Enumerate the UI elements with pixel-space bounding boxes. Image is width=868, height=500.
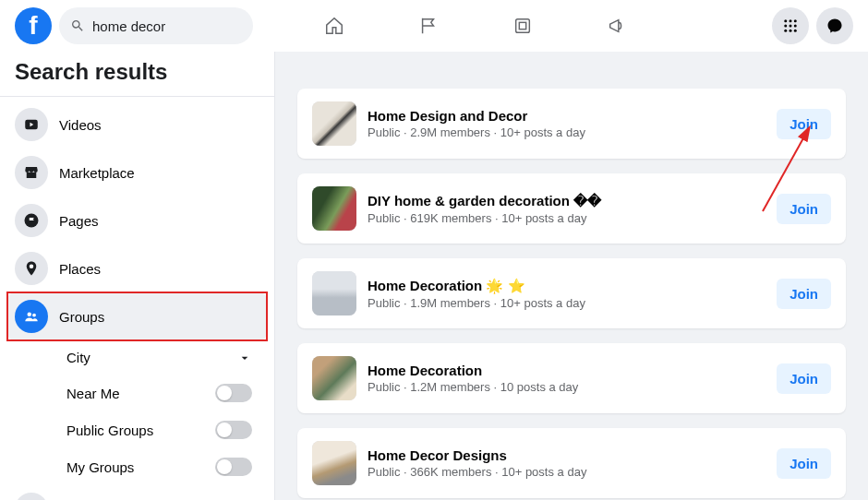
group-info: DIY home & garden decoration �� Public ·… [368, 193, 777, 225]
join-button[interactable]: Join [777, 363, 831, 394]
subfilter-label: Public Groups [66, 423, 153, 438]
grid-icon [782, 18, 799, 34]
filter-label: Places [59, 261, 101, 277]
pin-icon [15, 252, 48, 285]
svg-point-9 [790, 30, 792, 32]
sidebar-title: Search results [0, 52, 274, 97]
group-card[interactable]: DIY home & garden decoration �� Public ·… [297, 173, 846, 244]
group-thumbnail [312, 356, 356, 400]
group-info: Home Decoration Public · 1.2M members · … [368, 363, 777, 394]
svg-point-15 [32, 314, 36, 317]
search-value: home decor [92, 18, 165, 34]
svg-point-4 [794, 19, 797, 22]
svg-rect-1 [519, 22, 525, 29]
svg-point-5 [784, 25, 787, 28]
messenger-icon [826, 18, 843, 34]
filter-videos[interactable]: Videos [7, 101, 267, 149]
subfilter-label: Near Me [66, 386, 120, 401]
flag-icon[interactable] [417, 15, 440, 37]
results-area: Home Design and Decor Public · 2.9M memb… [275, 52, 868, 500]
group-icon [15, 300, 48, 333]
facebook-f-icon: f [29, 11, 37, 41]
join-button[interactable]: Join [777, 448, 831, 479]
filter-places[interactable]: Places [7, 244, 267, 292]
home-icon[interactable] [323, 15, 345, 37]
group-card[interactable]: Home Decoration Public · 1.2M members · … [297, 343, 846, 413]
svg-point-10 [794, 30, 797, 32]
subfilter-label: My Groups [66, 459, 134, 475]
toggle[interactable] [215, 421, 252, 439]
svg-point-2 [784, 19, 787, 22]
svg-rect-0 [516, 19, 530, 33]
subfilter-label: City [66, 350, 90, 365]
filter-label: Marketplace [59, 165, 135, 181]
group-title: Home Decoration [368, 363, 777, 378]
chevron-down-icon [237, 351, 252, 365]
top-header: f home decor [0, 0, 868, 52]
group-meta: Public · 2.9M members · 10+ posts a day [368, 125, 777, 139]
media-icon[interactable] [512, 15, 534, 37]
subfilter-my-groups[interactable]: My Groups [59, 448, 259, 485]
megaphone-icon[interactable] [606, 15, 628, 37]
filter-label: Pages [59, 213, 99, 229]
group-info: Home Decoration 🌟 ⭐ Public · 1.9M member… [368, 278, 777, 310]
svg-point-7 [794, 25, 797, 28]
group-meta: Public · 366K members · 10+ posts a day [368, 465, 777, 479]
svg-point-6 [790, 25, 792, 28]
group-card[interactable]: Home Design and Decor Public · 2.9M memb… [297, 89, 846, 159]
header-right [772, 7, 853, 44]
group-info: Home Design and Decor Public · 2.9M memb… [368, 108, 777, 139]
group-card[interactable]: Home Decoration 🌟 ⭐ Public · 1.9M member… [297, 258, 846, 328]
group-thumbnail [312, 271, 356, 315]
svg-point-13 [30, 265, 34, 269]
filter-pages[interactable]: Pages [7, 196, 267, 244]
store-icon [15, 156, 48, 189]
nav-center [323, 0, 628, 52]
filter-label: Videos [59, 117, 102, 133]
search-icon [70, 18, 85, 33]
svg-point-14 [28, 313, 32, 317]
join-button[interactable]: Join [777, 279, 831, 309]
filter-events[interactable]: Events [7, 485, 267, 500]
group-thumbnail [312, 101, 356, 146]
join-button[interactable]: Join [777, 109, 831, 139]
group-title: Home Decoration 🌟 ⭐ [368, 278, 777, 294]
toggle[interactable] [215, 384, 252, 402]
group-thumbnail [312, 441, 356, 485]
facebook-logo[interactable]: f [15, 7, 52, 44]
search-box[interactable]: home decor [59, 7, 253, 44]
group-title: DIY home & garden decoration �� [368, 193, 777, 209]
group-title: Home Design and Decor [368, 108, 777, 124]
menu-button[interactable] [772, 7, 809, 44]
filter-groups[interactable]: Groups [7, 292, 267, 340]
group-meta: Public · 1.2M members · 10 posts a day [368, 380, 777, 394]
star-icon [15, 493, 48, 500]
flag-icon [15, 204, 48, 237]
svg-point-8 [784, 30, 787, 32]
subfilter-near-me[interactable]: Near Me [59, 375, 259, 411]
group-thumbnail [312, 186, 356, 231]
toggle[interactable] [215, 458, 252, 476]
sidebar: Search results Videos Marketplace Pages … [0, 52, 275, 500]
group-info: Home Decor Designs Public · 366K members… [368, 447, 777, 479]
group-card[interactable]: Home Decor Designs Public · 366K members… [297, 428, 846, 498]
group-meta: Public · 619K members · 10+ posts a day [368, 211, 777, 225]
join-button[interactable]: Join [777, 194, 831, 224]
subfilter-public-groups[interactable]: Public Groups [59, 411, 259, 448]
play-icon [15, 108, 48, 141]
group-meta: Public · 1.9M members · 10+ posts a day [368, 296, 777, 310]
filter-label: Groups [59, 309, 104, 325]
subfilter-city[interactable]: City [59, 340, 259, 375]
svg-point-3 [790, 19, 792, 22]
filter-marketplace[interactable]: Marketplace [7, 149, 267, 196]
messenger-button[interactable] [816, 7, 853, 44]
group-title: Home Decor Designs [368, 447, 777, 463]
